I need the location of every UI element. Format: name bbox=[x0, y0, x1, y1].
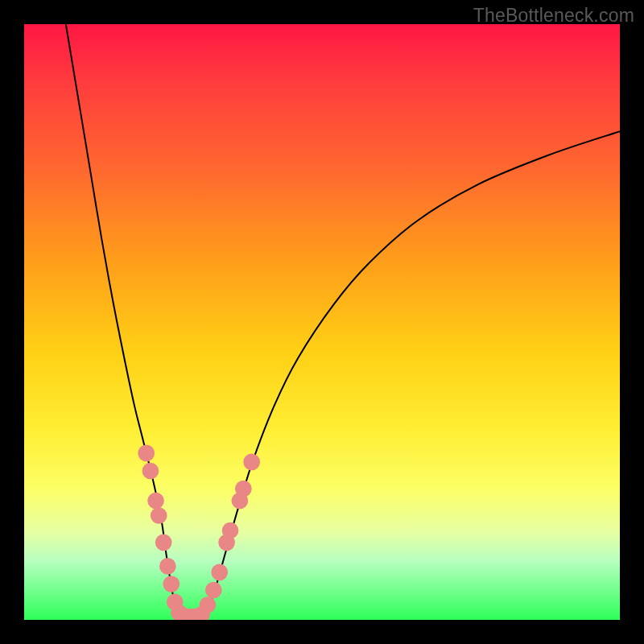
chart-svg bbox=[24, 24, 620, 620]
data-marker bbox=[243, 454, 260, 471]
data-marker bbox=[151, 507, 167, 524]
data-marker bbox=[147, 493, 164, 510]
curve-right-branch bbox=[206, 131, 620, 613]
data-marker bbox=[163, 576, 180, 592]
data-marker bbox=[138, 444, 155, 461]
watermark-text: TheBottleneck.com bbox=[473, 5, 634, 27]
data-marker bbox=[159, 558, 176, 575]
data-marker bbox=[200, 597, 217, 613]
curve-left-branch bbox=[66, 24, 176, 614]
chart-canvas bbox=[24, 24, 620, 620]
markers-group bbox=[138, 444, 260, 620]
data-marker bbox=[205, 582, 222, 599]
data-marker bbox=[142, 463, 159, 480]
data-marker bbox=[211, 564, 228, 580]
data-marker bbox=[222, 522, 239, 539]
data-marker bbox=[155, 534, 172, 551]
data-marker bbox=[235, 481, 252, 497]
